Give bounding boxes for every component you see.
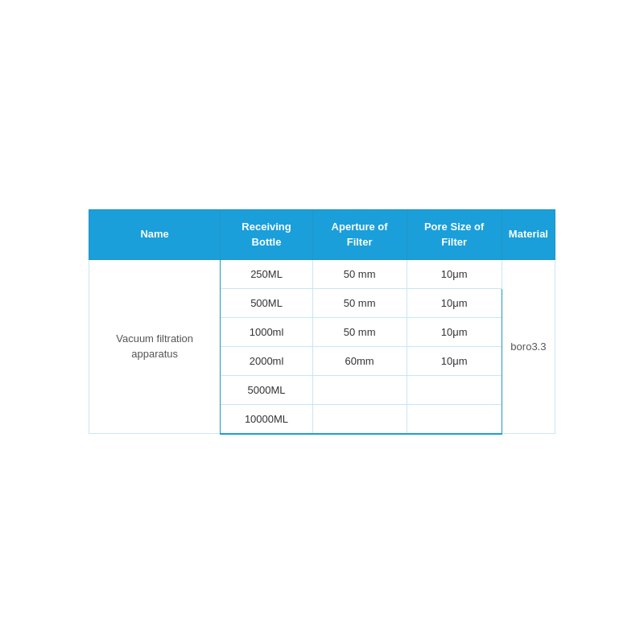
material-cell: boro3.3 — [502, 259, 555, 434]
header-material: Material — [502, 210, 555, 259]
header-receiving-bottle: Receiving Bottle — [221, 210, 312, 259]
product-table: Name Receiving Bottle Aperture of Filter… — [89, 209, 555, 434]
receiving-bottle-cell: 10000ML — [221, 404, 312, 434]
aperture-cell — [312, 375, 407, 404]
name-cell: Vacuum filtration apparatus — [89, 259, 221, 434]
receiving-bottle-cell: 5000ML — [221, 375, 312, 404]
receiving-bottle-cell: 250ML — [221, 259, 312, 288]
table-container: Name Receiving Bottle Aperture of Filter… — [89, 209, 555, 434]
receiving-bottle-cell: 2000ml — [221, 346, 312, 375]
table-header-row: Name Receiving Bottle Aperture of Filter… — [89, 210, 555, 259]
aperture-cell: 50 mm — [312, 288, 407, 317]
aperture-cell: 60mm — [312, 346, 407, 375]
header-aperture-filter: Aperture of Filter — [312, 210, 407, 259]
header-pore-size: Pore Size of Filter — [407, 210, 502, 259]
aperture-cell: 50 mm — [312, 317, 407, 346]
aperture-cell: 50 mm — [312, 259, 407, 288]
pore-size-cell — [407, 375, 502, 404]
pore-size-cell: 10μm — [407, 288, 502, 317]
receiving-bottle-cell: 500ML — [221, 288, 312, 317]
pore-size-cell: 10μm — [407, 346, 502, 375]
pore-size-cell — [407, 404, 502, 434]
header-name: Name — [89, 210, 221, 259]
pore-size-cell: 10μm — [407, 259, 502, 288]
table-row: Vacuum filtration apparatus250ML50 mm10μ… — [89, 259, 555, 288]
aperture-cell — [312, 404, 407, 434]
receiving-bottle-cell: 1000ml — [221, 317, 312, 346]
pore-size-cell: 10μm — [407, 317, 502, 346]
